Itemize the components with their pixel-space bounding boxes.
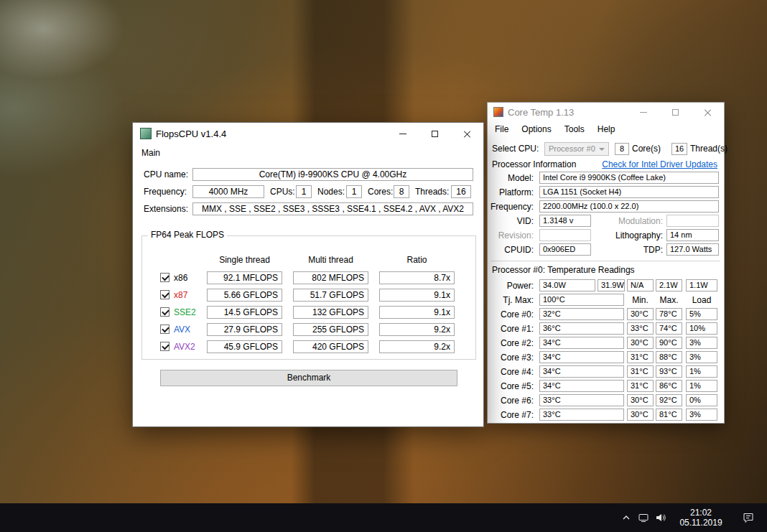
threads-input[interactable]: 16 bbox=[451, 185, 471, 198]
cpus-input[interactable]: 1 bbox=[296, 185, 312, 198]
processor-info-header: Processor Information Check for Intel Dr… bbox=[488, 158, 724, 171]
checkbox-avx[interactable] bbox=[160, 325, 169, 334]
notification-icon bbox=[742, 511, 755, 524]
driver-update-link[interactable]: Check for Intel Driver Updates bbox=[588, 159, 717, 170]
benchmark-row-x86: x86 92.1 MFLOPS 802 MFLOPS 8.7x bbox=[133, 271, 483, 284]
power-row: Power: 34.0W 31.9W N/A 2.1W 1.1W bbox=[488, 279, 724, 292]
core-max-field: 90°C bbox=[656, 337, 682, 349]
core-load-field: 0% bbox=[686, 394, 717, 406]
checkbox-avx2[interactable] bbox=[160, 342, 169, 351]
column-header-single-thread: Single thread bbox=[207, 255, 282, 265]
instruction-set-label: AVX2 bbox=[174, 340, 195, 353]
core-load-field: 1% bbox=[686, 380, 717, 392]
core-load-field: 10% bbox=[686, 322, 717, 335]
core-min-field: 30°C bbox=[627, 394, 654, 406]
column-header-min: Min. bbox=[627, 295, 654, 305]
power-package-field: 34.0W bbox=[539, 279, 595, 291]
menu-options[interactable]: Options bbox=[521, 124, 551, 134]
frequency-row: Frequency: 4000 MHz CPUs: 1 Nodes: 1 Cor… bbox=[133, 185, 483, 198]
thread-count-field: 16 bbox=[671, 143, 687, 155]
benchmark-button[interactable]: Benchmark bbox=[160, 370, 457, 386]
core-max-field: 88°C bbox=[656, 351, 682, 363]
coretemp-titlebar[interactable]: Core Temp 1.13 bbox=[488, 103, 724, 121]
flopscpu-titlebar[interactable]: FlopsCPU v1.4.4 bbox=[133, 123, 483, 144]
multi-thread-result: 802 MFLOPS bbox=[293, 271, 368, 284]
extensions-row: Extensions: MMX , SSE , SSE2 , SSE3 , SS… bbox=[133, 202, 483, 215]
flopscpu-app-icon bbox=[140, 128, 152, 139]
select-cpu-label: Select CPU: bbox=[492, 142, 539, 155]
close-button[interactable] bbox=[692, 103, 724, 121]
tray-overflow-button[interactable] bbox=[618, 503, 635, 532]
core-label: Core #1: bbox=[488, 322, 534, 335]
volume-button[interactable] bbox=[652, 503, 669, 532]
core-max-field: 74°C bbox=[656, 322, 682, 335]
coretemp-app-icon bbox=[493, 107, 503, 117]
frequency-input[interactable]: 4000 MHz bbox=[192, 185, 264, 198]
core-min-field: 31°C bbox=[627, 365, 654, 378]
menu-help[interactable]: Help bbox=[598, 124, 615, 134]
core-temp-row: Core #1: 36°C 33°C 74°C 10% bbox=[488, 322, 724, 335]
power-uncore-field: 1.1W bbox=[686, 279, 717, 291]
core-temp-field: 34°C bbox=[539, 380, 624, 392]
action-center-button[interactable] bbox=[740, 503, 757, 532]
cpu-name-label: CPU name: bbox=[144, 168, 188, 181]
single-thread-result: 92.1 MFLOPS bbox=[207, 271, 282, 284]
single-thread-result: 27.9 GFLOPS bbox=[207, 323, 282, 336]
temperature-section-title: Processor #0: Temperature Readings bbox=[492, 263, 635, 276]
revision-field bbox=[539, 229, 591, 241]
benchmark-row-sse2: SSE2 14.5 GFLOPS 132 GFLOPS 9.1x bbox=[133, 306, 483, 319]
cores-input[interactable]: 8 bbox=[394, 185, 409, 198]
core-label: Core #6: bbox=[488, 394, 534, 407]
menu-main[interactable]: Main bbox=[141, 148, 160, 158]
platform-label: Platform: bbox=[488, 186, 534, 199]
processor-select[interactable]: Processor #0 bbox=[544, 142, 609, 156]
network-icon bbox=[638, 512, 649, 523]
checkbox-sse2[interactable] bbox=[160, 307, 169, 317]
model-label: Model: bbox=[488, 172, 534, 185]
column-header-multi-thread: Multi thread bbox=[293, 255, 368, 265]
core-count-label: Core(s) bbox=[632, 142, 661, 155]
checkbox-x87[interactable] bbox=[160, 290, 169, 299]
close-icon bbox=[704, 108, 712, 116]
lithography-field: 14 nm bbox=[666, 229, 719, 241]
checkbox-x86[interactable] bbox=[160, 273, 169, 282]
benchmark-row-avx: AVX 27.9 GFLOPS 255 GFLOPS 9.2x bbox=[133, 323, 483, 336]
core-max-field: 92°C bbox=[656, 394, 682, 406]
multi-thread-result: 51.7 GFLOPS bbox=[293, 289, 368, 302]
maximize-button[interactable] bbox=[419, 123, 451, 144]
revision-row: Revision: Lithography: 14 nm bbox=[488, 229, 724, 242]
nodes-label: Nodes: bbox=[317, 185, 345, 198]
core-min-field: 30°C bbox=[627, 409, 654, 421]
flopscpu-menubar: Main bbox=[133, 144, 483, 162]
menu-file[interactable]: File bbox=[495, 124, 508, 134]
vid-label: VID: bbox=[488, 215, 534, 228]
power-na-field: N/A bbox=[627, 279, 654, 291]
nodes-input[interactable]: 1 bbox=[346, 185, 362, 198]
maximize-button[interactable] bbox=[659, 103, 692, 121]
modulation-label: Modulation: bbox=[595, 215, 663, 228]
ratio-result: 9.2x bbox=[379, 340, 455, 353]
minimize-button[interactable] bbox=[386, 123, 419, 144]
desktop-wallpaper: FlopsCPU v1.4.4 Main CPU name: Core(TM) … bbox=[0, 0, 767, 532]
coretemp-window-title: Core Temp 1.13 bbox=[508, 103, 574, 121]
flopscpu-window-title: FlopsCPU v1.4.4 bbox=[156, 123, 226, 144]
taskbar-clock[interactable]: 21:02 05.11.2019 bbox=[675, 508, 727, 528]
cpu-name-field: Core(TM) i9-9900KS CPU @ 4.00GHz bbox=[192, 168, 473, 181]
vid-field: 1.3148 v bbox=[539, 215, 591, 227]
core-load-field: 1% bbox=[686, 365, 717, 378]
network-button[interactable] bbox=[635, 503, 652, 532]
multi-thread-result: 132 GFLOPS bbox=[293, 306, 368, 319]
menu-tools[interactable]: Tools bbox=[564, 124, 585, 134]
core-count-field: 8 bbox=[615, 143, 629, 155]
close-button[interactable] bbox=[451, 123, 483, 144]
minimize-button[interactable] bbox=[627, 103, 659, 121]
core-temp-row: Core #4: 34°C 31°C 93°C 1% bbox=[488, 365, 724, 378]
benchmark-row-avx2: AVX2 45.9 GFLOPS 420 GFLOPS 9.2x bbox=[133, 340, 483, 353]
core-label: Core #3: bbox=[488, 351, 534, 364]
ratio-result: 9.1x bbox=[379, 306, 455, 319]
platform-field: LGA 1151 (Socket H4) bbox=[539, 186, 719, 198]
extensions-field: MMX , SSE , SSE2 , SSE3 , SSSE3 , SSE4.1… bbox=[192, 202, 473, 215]
tjmax-field: 100°C bbox=[539, 294, 624, 306]
core-temp-field: 33°C bbox=[539, 394, 624, 406]
core-temp-field: 33°C bbox=[539, 409, 624, 421]
